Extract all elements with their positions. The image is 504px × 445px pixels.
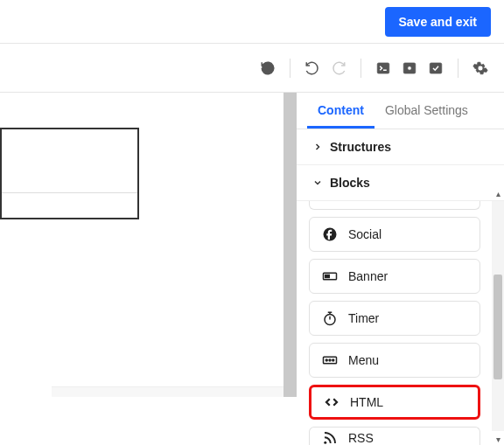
menu-icon — [322, 352, 338, 368]
svg-rect-7 — [326, 275, 330, 278]
tab-global-settings[interactable]: Global Settings — [374, 93, 479, 129]
toolbar-separator — [360, 59, 361, 78]
canvas-scrollbar[interactable] — [284, 93, 297, 397]
block-item-label: HTML — [350, 395, 383, 409]
scroll-down-arrow[interactable]: ▾ — [492, 433, 504, 445]
block-item-rss[interactable]: RSS — [309, 427, 480, 445]
terminal-icon[interactable] — [370, 55, 396, 81]
canvas-scrollbar-thumb[interactable] — [284, 93, 297, 397]
editor-canvas[interactable] — [0, 93, 297, 445]
sidebar-scrollbar[interactable]: ▴ ▾ — [492, 187, 504, 445]
section-label: Blocks — [330, 176, 370, 190]
right-sidebar: Content Global Settings Structures Block… — [297, 93, 504, 445]
section-blocks[interactable]: Blocks — [297, 165, 504, 201]
chevron-down-icon — [311, 177, 325, 188]
block-item-label: Banner — [348, 269, 388, 283]
block-item-partial-top[interactable] — [309, 201, 480, 210]
timer-icon — [322, 310, 338, 326]
selected-canvas-block[interactable] — [0, 128, 139, 219]
svg-point-14 — [329, 359, 331, 361]
block-item-menu[interactable]: Menu — [309, 343, 480, 378]
tab-content[interactable]: Content — [307, 93, 374, 129]
svg-rect-4 — [430, 63, 442, 73]
rss-icon — [322, 430, 338, 445]
scrollbar-thumb[interactable] — [494, 275, 502, 379]
svg-point-15 — [332, 359, 334, 361]
svg-point-13 — [326, 359, 327, 361]
block-item-label: Menu — [348, 353, 379, 367]
social-icon — [322, 226, 338, 242]
block-item-social[interactable]: Social — [309, 217, 480, 252]
settings-icon[interactable] — [467, 55, 494, 81]
block-item-label: Timer — [348, 311, 379, 325]
canvas-bottom-sheet — [52, 386, 297, 397]
preview-icon[interactable] — [396, 55, 423, 81]
editor-toolbar — [0, 44, 504, 93]
html-icon — [324, 394, 340, 410]
check-icon[interactable] — [423, 55, 449, 81]
top-bar: Save and exit — [0, 0, 504, 44]
blocks-list: Social Banner Timer Menu — [297, 201, 504, 445]
svg-rect-0 — [377, 63, 389, 73]
block-item-label: RSS — [348, 431, 374, 445]
undo-icon[interactable] — [299, 55, 326, 81]
divider-line — [2, 192, 137, 193]
section-structures[interactable]: Structures — [297, 129, 504, 165]
redo-icon — [326, 55, 352, 81]
scroll-up-arrow[interactable]: ▴ — [492, 187, 504, 199]
block-item-timer[interactable]: Timer — [309, 301, 480, 336]
block-item-banner[interactable]: Banner — [309, 259, 480, 294]
block-item-html[interactable]: HTML — [309, 385, 480, 420]
toolbar-separator — [290, 59, 290, 78]
banner-icon — [322, 268, 338, 284]
block-item-label: Social — [348, 227, 382, 241]
section-label: Structures — [330, 140, 391, 154]
chevron-right-icon — [311, 142, 325, 152]
history-icon[interactable] — [255, 55, 281, 81]
sidebar-tabs: Content Global Settings — [297, 93, 504, 129]
toolbar-separator — [458, 59, 458, 78]
scrollbar-track[interactable] — [492, 201, 504, 431]
svg-point-3 — [408, 66, 412, 70]
save-and-exit-button[interactable]: Save and exit — [385, 7, 492, 37]
svg-point-16 — [324, 442, 326, 444]
